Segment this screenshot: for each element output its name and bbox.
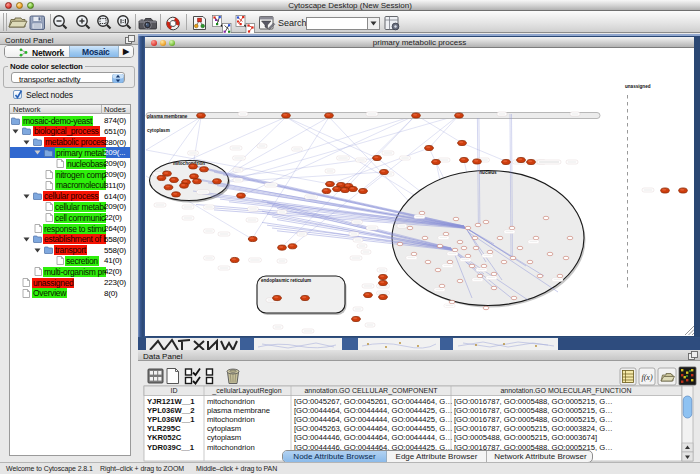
svg-text:[GO:0016787, GO:0005215, GO:00: [GO:0016787, GO:0005215, GO:0003824, G… bbox=[454, 424, 613, 433]
svg-text:annotation.GO MOLECULAR_FUNCTI: annotation.GO MOLECULAR_FUNCTION bbox=[500, 387, 631, 395]
svg-text:YLR295C: YLR295C bbox=[147, 424, 181, 433]
svg-text:plasma membrane: plasma membrane bbox=[207, 406, 270, 415]
svg-text:_cellularLayoutRegion: _cellularLayoutRegion bbox=[211, 387, 281, 395]
svg-text:YKR052C: YKR052C bbox=[147, 433, 182, 442]
svg-text:[GO:0044446, GO:0044464, GO:00: [GO:0044446, GO:0044464, GO:0044444, G… bbox=[294, 433, 453, 442]
svg-text:plasma membrane: plasma membrane bbox=[147, 114, 188, 119]
svg-text:YPL036W__2: YPL036W__2 bbox=[147, 406, 194, 415]
svg-text:Search:: Search: bbox=[278, 18, 309, 28]
svg-text:f(x): f(x) bbox=[641, 373, 652, 382]
svg-text:unassigned: unassigned bbox=[625, 84, 651, 89]
svg-text:cytoplasm: cytoplasm bbox=[147, 128, 170, 133]
svg-text:mitochondrion: mitochondrion bbox=[207, 415, 255, 424]
svg-text:[GO:0016787, GO:0005488, GO:00: [GO:0016787, GO:0005488, GO:0005215, G… bbox=[454, 415, 613, 424]
svg-text:YJR121W__1: YJR121W__1 bbox=[147, 397, 195, 406]
svg-text:YPL036W__1: YPL036W__1 bbox=[147, 415, 195, 424]
svg-text:mitochondrion: mitochondrion bbox=[207, 443, 255, 452]
svg-text:[GO:0016787, GO:0005488, GO:00: [GO:0016787, GO:0005488, GO:0005215, G… bbox=[454, 397, 613, 406]
svg-text:[GO:0044464, GO:0044444, GO:00: [GO:0044464, GO:0044444, GO:0044425, G… bbox=[294, 406, 453, 415]
svg-text:annotation.GO CELLULAR_COMPONE: annotation.GO CELLULAR_COMPONENT bbox=[304, 387, 438, 395]
svg-text:mitochondrion: mitochondrion bbox=[207, 397, 255, 406]
svg-text:[GO:0005488, GO:0005215, GO:00: [GO:0005488, GO:0005215, GO:0003674] bbox=[454, 433, 597, 442]
svg-text:nucleus: nucleus bbox=[479, 170, 497, 175]
svg-text:endoplasmic reticulum: endoplasmic reticulum bbox=[261, 278, 311, 283]
svg-text:[GO:0044464, GO:0044444, GO:00: [GO:0044464, GO:0044444, GO:0044425, G… bbox=[294, 415, 453, 424]
svg-text:cytoplasm: cytoplasm bbox=[207, 433, 241, 442]
svg-text:YDR039C__1: YDR039C__1 bbox=[147, 443, 195, 452]
svg-text:ID: ID bbox=[171, 387, 178, 394]
svg-text:cytoplasm: cytoplasm bbox=[207, 424, 241, 433]
svg-text:[GO:0045263, GO:0044464, GO:00: [GO:0045263, GO:0044464, GO:0044455, G… bbox=[294, 424, 453, 433]
svg-text:[GO:0016787, GO:0005488, GO:00: [GO:0016787, GO:0005488, GO:0005215, G… bbox=[454, 406, 613, 415]
svg-text:[GO:0045267, GO:0045261, GO:00: [GO:0045267, GO:0045261, GO:0044464, G… bbox=[294, 397, 453, 406]
